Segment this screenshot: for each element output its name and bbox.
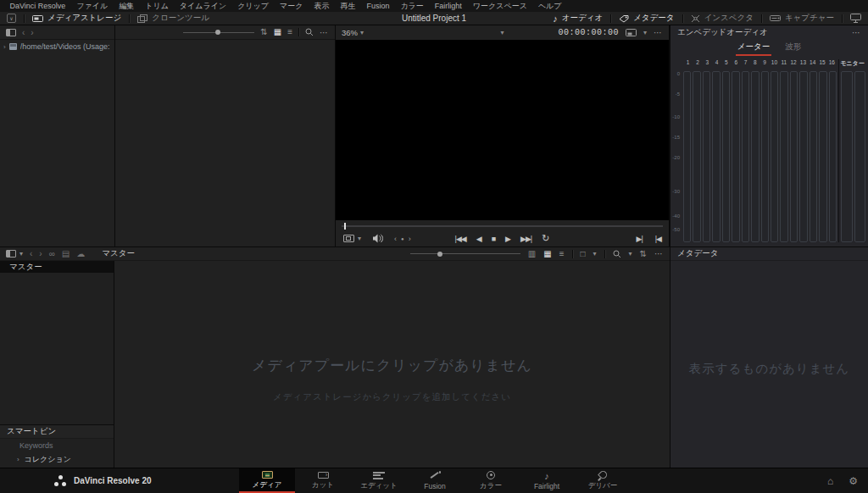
- thumbnail-size-slider[interactable]: [183, 32, 254, 33]
- clean-feed-monitor-icon[interactable]: [850, 14, 861, 23]
- monitor-meter-bar: [841, 71, 853, 242]
- back-arrow-icon[interactable]: ‹: [30, 249, 32, 258]
- audio-panel-more-icon[interactable]: ⋯: [852, 28, 861, 37]
- goto-in-button[interactable]: ▶|: [636, 235, 642, 243]
- page-label: メディア: [253, 480, 282, 490]
- page-tab-6[interactable]: デリバー: [575, 468, 631, 493]
- project-manager-home-icon[interactable]: ⌂: [827, 476, 833, 486]
- page-tab-4[interactable]: カラー: [463, 468, 519, 493]
- pool-panel-toggle[interactable]: ▾: [6, 250, 23, 258]
- panel-options-icon[interactable]: ∨: [7, 14, 16, 23]
- audio-tab-0[interactable]: メーター: [736, 41, 771, 56]
- page-tab-0[interactable]: メディア: [239, 468, 295, 493]
- menu-item-0[interactable]: DaVinci Resolve: [4, 0, 71, 12]
- more-options-icon[interactable]: ⋯: [320, 28, 329, 37]
- viewer-more-options-icon[interactable]: ⋯: [654, 28, 663, 37]
- filter-box-icon[interactable]: □: [581, 250, 586, 258]
- media-storage-button[interactable]: メディアストレージ: [32, 13, 121, 24]
- sort-icon[interactable]: ⇅: [640, 250, 647, 258]
- divider: [604, 250, 605, 258]
- forward-arrow-icon[interactable]: ›: [39, 249, 42, 258]
- chevron-down-icon[interactable]: ▾: [593, 250, 597, 258]
- menu-item-9[interactable]: Fusion: [361, 0, 395, 12]
- viewer-scrubber[interactable]: [342, 224, 663, 229]
- menu-item-5[interactable]: クリップ: [232, 0, 275, 12]
- list-view-icon[interactable]: ≡: [287, 28, 292, 36]
- page-tab-3[interactable]: Fusion: [407, 468, 463, 493]
- clip-name-dropdown[interactable]: ▾: [500, 29, 504, 36]
- viewer-zoom-select[interactable]: 36% ▾: [342, 28, 364, 37]
- cloud-sync-icon[interactable]: ☁: [76, 250, 85, 258]
- slider-handle[interactable]: [437, 252, 442, 257]
- tree-expand-icon[interactable]: ›: [3, 43, 6, 51]
- first-frame-button[interactable]: |◀◀: [455, 235, 466, 243]
- page-label: エディット: [360, 481, 398, 491]
- project-settings-gear-icon[interactable]: ⚙: [849, 476, 858, 486]
- menu-item-4[interactable]: タイムライン: [174, 0, 231, 12]
- menu-item-6[interactable]: マーク: [274, 0, 308, 12]
- db-scale-label-4: -20: [672, 155, 680, 160]
- menu-item-3[interactable]: トリム: [140, 0, 175, 12]
- panel-divider[interactable]: [114, 25, 115, 246]
- viewer-display-mode[interactable]: ▾: [343, 235, 361, 242]
- goto-out-button[interactable]: |◀: [655, 235, 661, 243]
- jog-control[interactable]: ‹ ● ›: [394, 235, 411, 243]
- pool-thumbnail-slider[interactable]: [410, 253, 520, 254]
- channel-meter-bar-0: [683, 71, 691, 242]
- menu-item-10[interactable]: カラー: [395, 0, 429, 12]
- filmstrip-view-icon[interactable]: ▥: [528, 250, 536, 258]
- menu-item-11[interactable]: Fairlight: [429, 0, 467, 12]
- audio-tab-1[interactable]: 波形: [783, 41, 803, 56]
- audio-panel-button[interactable]: ♪ オーディオ: [553, 13, 603, 24]
- chevron-down-icon: ▾: [19, 250, 23, 258]
- usage-icon[interactable]: ▤: [62, 250, 70, 258]
- menu-item-8[interactable]: 再生: [335, 0, 361, 12]
- forward-arrow-icon[interactable]: ›: [31, 28, 33, 37]
- video-display[interactable]: [336, 40, 669, 220]
- loop-button[interactable]: ↻: [542, 233, 549, 244]
- page-tab-1[interactable]: カット: [295, 468, 351, 493]
- scrubber-track[interactable]: [342, 225, 663, 227]
- relink-icon[interactable]: ∞: [49, 250, 55, 258]
- sort-icon[interactable]: ⇅: [260, 28, 267, 36]
- grid-view-icon[interactable]: ▦: [543, 250, 551, 258]
- chevron-down-icon[interactable]: ▾: [629, 250, 632, 258]
- inspector-button[interactable]: インスペクタ: [691, 13, 754, 24]
- menu-item-1[interactable]: ファイル: [71, 0, 114, 12]
- smart-bin-header[interactable]: スマートビン: [0, 425, 114, 439]
- pool-empty-title: メディアプールにクリップがありません: [114, 356, 670, 375]
- search-icon[interactable]: [305, 28, 314, 36]
- smart-bin-keywords[interactable]: Keywords: [0, 439, 114, 452]
- speaker-icon[interactable]: [372, 234, 383, 243]
- menu-item-2[interactable]: 編集: [114, 0, 140, 12]
- menu-item-13[interactable]: ヘルプ: [532, 0, 567, 12]
- search-icon[interactable]: [613, 250, 621, 258]
- list-view-icon[interactable]: ≡: [559, 250, 565, 258]
- page-icon: [428, 471, 442, 480]
- storage-tree-item[interactable]: › /home/test/Videos (Usage: 52%): [0, 40, 114, 53]
- page-tab-5[interactable]: Fairlight: [519, 468, 575, 493]
- tree-expand-icon[interactable]: ›: [17, 456, 19, 463]
- chevron-down-icon[interactable]: ▾: [643, 29, 647, 36]
- last-frame-button[interactable]: ▶▶|: [520, 235, 531, 243]
- metadata-panel-button[interactable]: メタデータ: [619, 13, 674, 24]
- menu-item-12[interactable]: ワークスペース: [467, 0, 532, 12]
- capture-button[interactable]: キャプチャー: [770, 13, 834, 24]
- channel-number-5: 6: [732, 59, 741, 68]
- play-reverse-button[interactable]: ◀: [476, 235, 481, 243]
- smart-bin-collections[interactable]: › コレクション: [0, 452, 114, 466]
- page-tab-2[interactable]: エディット: [351, 468, 407, 493]
- pool-more-options-icon[interactable]: ⋯: [654, 249, 664, 258]
- slider-handle[interactable]: [215, 30, 220, 35]
- viewer-mode-icon[interactable]: [626, 29, 637, 37]
- stop-button[interactable]: ■: [492, 235, 495, 243]
- media-pool-breadcrumb[interactable]: マスター: [102, 248, 135, 259]
- clone-tool-button[interactable]: クローンツール: [137, 13, 209, 24]
- bin-master[interactable]: マスター: [0, 261, 114, 273]
- grid-view-icon[interactable]: ▦: [274, 28, 281, 36]
- play-button[interactable]: ▶: [505, 235, 510, 243]
- menu-item-7[interactable]: 表示: [309, 0, 335, 12]
- toggle-panel-icon[interactable]: [6, 29, 16, 36]
- playhead[interactable]: [344, 223, 346, 230]
- back-arrow-icon[interactable]: ‹: [22, 28, 25, 37]
